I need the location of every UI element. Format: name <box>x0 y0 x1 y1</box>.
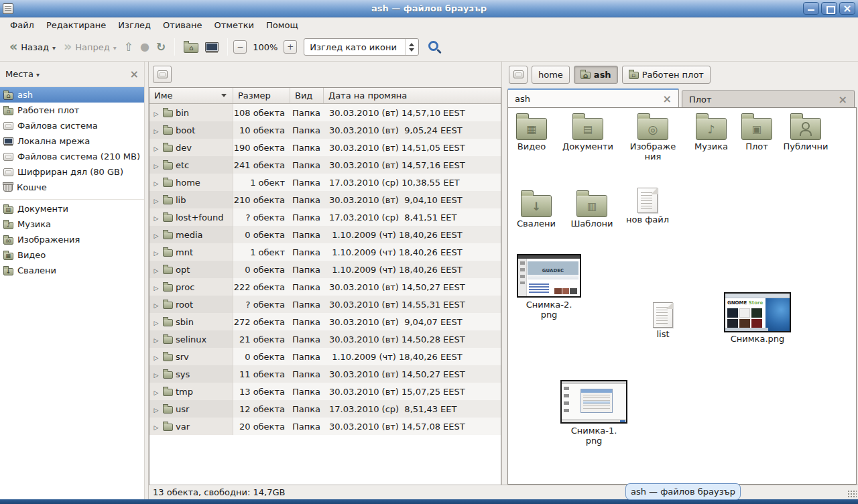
tab-close-icon[interactable] <box>663 92 672 105</box>
table-row[interactable]: srv 0 обекта Папка 1.10.2009 (чт) 18,40,… <box>149 348 501 365</box>
minimize-button[interactable] <box>803 2 819 15</box>
pane-splitter[interactable] <box>144 62 149 499</box>
sidebar-item-pictures[interactable]: Изображения <box>0 232 144 247</box>
taskbar-window-button[interactable]: ash — файлов браузър <box>625 483 741 500</box>
back-button[interactable]: Назад <box>5 39 60 56</box>
file-folder-templates[interactable]: Шаблони <box>566 189 618 229</box>
table-row[interactable]: usr 12 обекта Папка 17.03.2010 (ср) 8,51… <box>149 400 501 418</box>
expander-icon[interactable] <box>152 212 160 223</box>
file-folder-downloads[interactable]: Свалени <box>510 189 562 229</box>
file-list[interactable]: list <box>637 300 689 339</box>
file-snimka-1-png[interactable]: Снимка-1.png <box>560 380 627 446</box>
back-history-caret-icon[interactable] <box>52 42 56 52</box>
table-row[interactable]: lost+found ? обекта Папка 17.03.2010 (ср… <box>149 208 501 226</box>
expander-icon[interactable] <box>152 178 160 188</box>
home-button[interactable] <box>180 38 202 56</box>
table-row[interactable]: home 1 обект Папка 17.03.2010 (ср) 10,38… <box>149 174 501 191</box>
breadcrumb-desktop-button[interactable]: Работен плот <box>622 66 711 84</box>
expander-icon[interactable] <box>152 108 160 118</box>
table-row[interactable]: dev 190 обекта Папка 30.03.2010 (вт) 14,… <box>149 139 501 156</box>
breadcrumb-root-button[interactable] <box>509 66 528 84</box>
menu-view[interactable]: Изглед <box>112 17 157 33</box>
column-header-size[interactable]: Размер <box>233 88 290 103</box>
sidebar-title-dropdown[interactable]: Места <box>5 69 40 79</box>
tab-close-icon[interactable] <box>839 93 847 106</box>
sidebar-item-video[interactable]: Видео <box>0 247 144 263</box>
filesystem-root-button[interactable] <box>153 66 172 83</box>
expander-icon[interactable] <box>152 317 160 327</box>
expander-icon[interactable] <box>152 160 160 170</box>
expander-icon[interactable] <box>152 125 160 135</box>
table-row[interactable]: sbin 272 обекта Папка 30.03.2010 (вт) 9,… <box>149 313 501 330</box>
expander-icon[interactable] <box>152 247 160 257</box>
menu-file[interactable]: Файл <box>4 17 40 33</box>
column-header-date[interactable]: Дата на промяна <box>324 88 501 103</box>
reload-button[interactable] <box>153 39 169 56</box>
expander-icon[interactable] <box>152 195 160 205</box>
expander-icon[interactable] <box>152 230 160 240</box>
file-new-file[interactable]: нов файл <box>621 186 674 225</box>
table-row[interactable]: var 20 обекта Папка 30.03.2010 (вт) 14,5… <box>149 418 501 435</box>
menu-go[interactable]: Отиване <box>157 17 208 33</box>
expander-icon[interactable] <box>152 352 160 362</box>
breadcrumb-ash-button[interactable]: ash <box>574 66 618 84</box>
table-row[interactable]: proc 222 обекта Папка 30.03.2010 (вт) 14… <box>149 278 501 296</box>
table-row[interactable]: sys 11 обекта Папка 30.03.2010 (вт) 14,5… <box>149 365 501 383</box>
file-folder-documents[interactable]: Документи <box>562 112 614 151</box>
view-mode-select[interactable]: Изглед като икони <box>304 38 419 56</box>
file-folder-music[interactable]: Музика <box>685 112 737 151</box>
pane-splitter[interactable] <box>501 62 507 485</box>
forward-button[interactable]: Напред <box>60 39 121 56</box>
zoom-in-button[interactable]: + <box>284 40 297 54</box>
close-button[interactable] <box>839 2 855 15</box>
expander-icon[interactable] <box>152 300 160 310</box>
table-row[interactable]: bin 108 обекта Папка 30.03.2010 (вт) 14,… <box>149 104 501 121</box>
expander-icon[interactable] <box>152 282 160 292</box>
sidebar-item-filesystem-210mb[interactable]: Файлова система (210 MB) <box>0 149 144 164</box>
table-row[interactable]: opt 0 обекта Папка 1.10.2009 (чт) 18,40,… <box>149 261 501 278</box>
sidebar-item-encrypted-80gb[interactable]: Шифриран дял (80 GB) <box>0 164 144 180</box>
sidebar-item-network[interactable]: Локална мрежа <box>0 133 144 149</box>
up-button[interactable] <box>121 39 137 56</box>
column-header-kind[interactable]: Вид <box>290 88 324 103</box>
sidebar-close-icon[interactable] <box>130 68 139 80</box>
computer-button[interactable] <box>202 40 222 54</box>
table-row[interactable]: boot 10 обекта Папка 30.03.2010 (вт) 9,0… <box>149 121 501 139</box>
sidebar-item-documents[interactable]: Документи <box>0 201 144 216</box>
table-row[interactable]: lib 210 обекта Папка 30.03.2010 (вт) 9,0… <box>149 191 501 208</box>
sidebar-item-ash[interactable]: ash <box>0 87 144 103</box>
sidebar-item-filesystem[interactable]: Файлова система <box>0 118 144 133</box>
expander-icon[interactable] <box>152 369 160 379</box>
table-row[interactable]: media 0 обекта Папка 1.10.2009 (чт) 18,4… <box>149 226 501 243</box>
expander-icon[interactable] <box>152 387 160 397</box>
column-header-name[interactable]: Име <box>149 88 233 103</box>
expander-icon[interactable] <box>152 404 160 414</box>
file-snimka-png[interactable]: GNOME Store Снимка.png <box>724 292 791 344</box>
table-row[interactable]: root ? обекта Папка 30.03.2010 (вт) 14,5… <box>149 296 501 313</box>
table-row[interactable]: selinux 21 обекта Папка 30.03.2010 (вт) … <box>149 330 501 348</box>
table-row[interactable]: mnt 1 обект Папка 1.10.2009 (чт) 18,40,2… <box>149 243 501 261</box>
tab-ash[interactable]: ash <box>507 88 679 107</box>
zoom-out-button[interactable]: − <box>233 40 247 54</box>
maximize-button[interactable] <box>821 2 837 15</box>
resize-grip[interactable] <box>847 490 857 498</box>
breadcrumb-home-button[interactable]: home <box>532 66 570 84</box>
sidebar-item-downloads[interactable]: Свалени <box>0 263 144 278</box>
search-icon[interactable] <box>428 41 438 51</box>
icon-view[interactable]: Видео Документи Изображения Музика Плот … <box>507 107 857 485</box>
file-folder-video[interactable]: Видео <box>507 112 558 151</box>
menu-edit[interactable]: Редактиране <box>40 17 112 33</box>
stop-button[interactable] <box>137 39 153 55</box>
file-snimka-2-png[interactable]: GUADEC Снимка-2.png <box>516 254 582 320</box>
sidebar-item-desktop[interactable]: Работен плот <box>0 103 144 118</box>
table-row[interactable]: tmp 13 обекта Папка 30.03.2010 (вт) 15,0… <box>149 383 501 400</box>
expander-icon[interactable] <box>152 334 160 344</box>
table-row[interactable]: etc 241 обекта Папка 30.03.2010 (вт) 14,… <box>149 156 501 174</box>
menu-bookmarks[interactable]: Отметки <box>208 17 259 33</box>
file-folder-pictures[interactable]: Изображения <box>627 112 678 162</box>
expander-icon[interactable] <box>152 422 160 432</box>
tab-plot[interactable]: Плот <box>682 90 855 107</box>
file-folder-public[interactable]: Публични <box>780 112 832 151</box>
expander-icon[interactable] <box>152 265 160 275</box>
file-folder-desktop[interactable]: Плот <box>731 112 783 151</box>
